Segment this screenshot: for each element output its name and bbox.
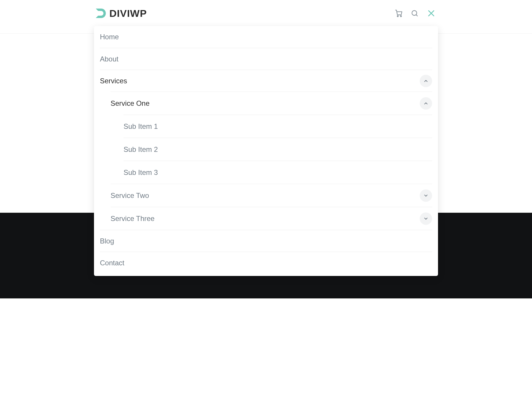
menu-label: Sub Item 2 [124,145,158,154]
search-icon[interactable] [411,9,419,17]
menu-item-service-three[interactable]: Service Three [111,207,432,230]
menu-item-service-two[interactable]: Service Two [111,184,432,207]
menu-item-sub2[interactable]: Sub Item 2 [124,138,432,161]
chevron-up-icon[interactable] [420,97,432,110]
menu-item-services[interactable]: Services [100,70,432,92]
menu-label: Sub Item 3 [124,168,158,177]
menu-item-contact[interactable]: Contact [100,252,432,274]
menu-item-about[interactable]: About [100,48,432,70]
menu-label: Services [100,77,127,85]
chevron-up-icon[interactable] [420,75,432,87]
brand-logo[interactable]: DIVIWP [94,7,147,20]
menu-label: Service Two [111,191,149,200]
menu-label: Sub Item 1 [124,122,158,131]
brand-name: DIVIWP [109,8,147,19]
service-one-subgroup: Sub Item 1 Sub Item 2 Sub Item 3 [124,115,432,184]
cart-icon[interactable] [395,9,403,17]
page-stage: DIVIWP Home [89,0,443,293]
chevron-down-icon[interactable] [420,189,432,202]
menu-item-sub1[interactable]: Sub Item 1 [124,115,432,138]
menu-item-blog[interactable]: Blog [100,230,432,252]
menu-item-sub3[interactable]: Sub Item 3 [124,161,432,184]
close-menu-icon[interactable] [427,9,436,18]
menu-label: Service One [111,99,150,108]
svg-point-1 [400,16,401,17]
logo-mark-icon [94,7,107,20]
chevron-down-icon[interactable] [420,212,432,225]
menu-item-service-one[interactable]: Service One [111,92,432,115]
mobile-menu-panel: Home About Services Service One Sub Item… [94,26,438,276]
menu-label: About [100,55,119,63]
services-subgroup: Service One Sub Item 1 Sub Item 2 Sub It… [111,92,432,230]
menu-item-home[interactable]: Home [100,26,432,48]
menu-label: Contact [100,259,124,267]
header-right [395,9,440,18]
svg-line-3 [416,15,418,16]
menu-label: Service Three [111,214,155,223]
site-header: DIVIWP [89,0,443,27]
svg-point-0 [397,16,398,17]
menu-label: Blog [100,237,114,245]
header-left: DIVIWP [94,7,147,20]
menu-label: Home [100,33,119,41]
